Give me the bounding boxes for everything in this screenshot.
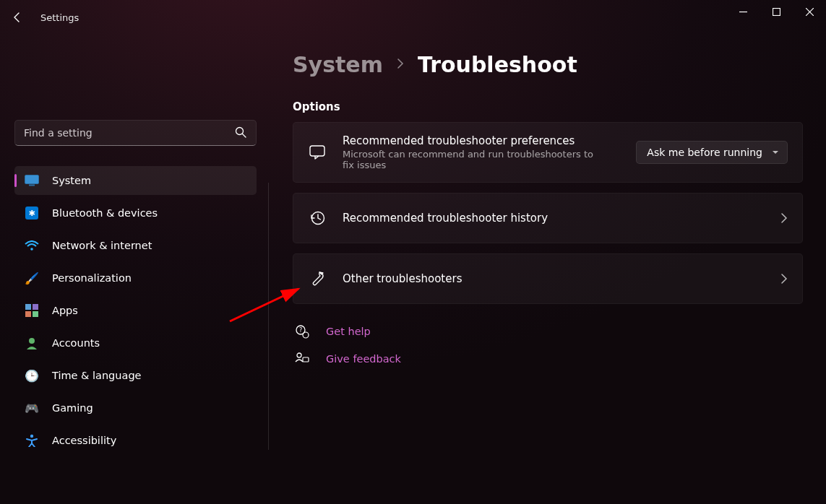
- breadcrumb-parent[interactable]: System: [293, 52, 383, 77]
- link-label: Give feedback: [326, 353, 401, 365]
- card-title: Other troubleshooters: [343, 272, 765, 285]
- svg-rect-10: [33, 304, 38, 310]
- back-button[interactable]: [0, 0, 35, 35]
- sidebar-item-label: System: [52, 175, 91, 186]
- chevron-right-icon: [780, 212, 788, 224]
- svg-rect-12: [33, 311, 38, 317]
- breadcrumb: System Troubleshoot: [293, 52, 803, 77]
- svg-line-5: [243, 134, 246, 138]
- globe-clock-icon: 🕒: [25, 368, 39, 383]
- app-title: Settings: [40, 12, 79, 23]
- svg-rect-21: [303, 357, 309, 362]
- brush-icon: 🖌️: [25, 271, 39, 285]
- preferences-dropdown[interactable]: Ask me before running: [636, 141, 788, 164]
- search-input[interactable]: [14, 120, 257, 146]
- card-troubleshooter-history[interactable]: Recommended troubleshooter history: [293, 193, 803, 243]
- titlebar: Settings: [0, 0, 826, 35]
- sidebar-item-network[interactable]: Network & internet: [14, 231, 257, 260]
- maximize-button[interactable]: [760, 0, 793, 23]
- sidebar-item-label: Personalization: [52, 272, 132, 284]
- monitor-icon: [25, 173, 39, 188]
- card-subtitle: Microsoft can recommend and run troubles…: [343, 149, 603, 170]
- svg-point-8: [30, 248, 33, 251]
- sidebar-item-system[interactable]: System: [14, 166, 257, 195]
- card-troubleshooter-preferences[interactable]: Recommended troubleshooter preferences M…: [293, 122, 803, 183]
- page-title: Troubleshoot: [418, 52, 577, 77]
- sidebar-item-bluetooth[interactable]: ✱ Bluetooth & devices: [14, 199, 257, 227]
- link-give-feedback[interactable]: Give feedback: [293, 352, 803, 366]
- sidebar-item-label: Network & internet: [52, 240, 152, 251]
- sidebar-divider: [268, 183, 269, 450]
- sidebar-item-label: Gaming: [52, 402, 93, 414]
- card-title: Recommended troubleshooter history: [343, 212, 765, 225]
- help-icon: ?: [293, 324, 311, 339]
- apps-icon: [25, 303, 39, 318]
- svg-rect-7: [29, 185, 35, 186]
- link-label: Get help: [326, 326, 371, 337]
- svg-rect-11: [25, 311, 31, 317]
- link-get-help[interactable]: ? Get help: [293, 324, 803, 339]
- sidebar: System ✱ Bluetooth & devices Network & i…: [0, 35, 271, 504]
- svg-rect-15: [310, 146, 324, 156]
- svg-point-19: [303, 332, 309, 338]
- svg-rect-6: [25, 175, 39, 184]
- card-title: Recommended troubleshooter preferences: [343, 134, 620, 147]
- svg-point-13: [29, 338, 35, 344]
- window-controls: [726, 0, 826, 23]
- chat-icon: [308, 144, 327, 160]
- accessibility-icon: [25, 433, 39, 448]
- sidebar-item-accounts[interactable]: Accounts: [14, 329, 257, 357]
- sidebar-item-gaming[interactable]: 🎮 Gaming: [14, 394, 257, 422]
- wrench-icon: [308, 271, 327, 287]
- gamepad-icon: 🎮: [25, 401, 39, 415]
- chevron-right-icon: [396, 57, 405, 73]
- sidebar-item-label: Bluetooth & devices: [52, 207, 158, 219]
- history-icon: [308, 210, 327, 226]
- card-other-troubleshooters[interactable]: Other troubleshooters: [293, 253, 803, 304]
- svg-point-4: [236, 128, 244, 135]
- bluetooth-icon: ✱: [25, 206, 39, 220]
- nav-list: System ✱ Bluetooth & devices Network & i…: [14, 166, 257, 455]
- minimize-button[interactable]: [726, 0, 760, 23]
- sidebar-item-label: Time & language: [52, 370, 142, 381]
- wifi-icon: [25, 238, 39, 253]
- sidebar-item-label: Accounts: [52, 337, 100, 349]
- person-icon: [25, 336, 39, 350]
- svg-point-14: [30, 435, 33, 438]
- search-icon: [235, 126, 246, 141]
- sidebar-item-accessibility[interactable]: Accessibility: [14, 426, 257, 455]
- svg-rect-1: [773, 8, 780, 15]
- svg-rect-9: [25, 304, 31, 310]
- sidebar-item-time[interactable]: 🕒 Time & language: [14, 361, 257, 390]
- main-content: System Troubleshoot Options Recommended …: [271, 35, 826, 504]
- sidebar-item-personalization[interactable]: 🖌️ Personalization: [14, 264, 257, 292]
- sidebar-item-label: Accessibility: [52, 435, 116, 446]
- svg-point-20: [297, 353, 301, 357]
- svg-text:?: ?: [299, 327, 302, 334]
- sidebar-item-apps[interactable]: Apps: [14, 296, 257, 325]
- close-button[interactable]: [793, 0, 826, 23]
- chevron-right-icon: [780, 273, 788, 284]
- feedback-icon: [293, 352, 311, 366]
- section-label-options: Options: [293, 100, 803, 113]
- sidebar-item-label: Apps: [52, 305, 78, 316]
